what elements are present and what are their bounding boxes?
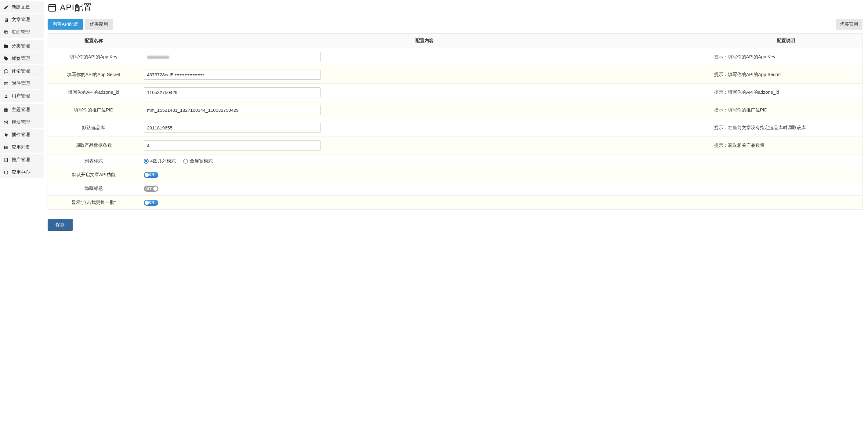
config-input-1[interactable] bbox=[144, 69, 321, 80]
sidebar-item-promo[interactable]: 推广管理 bbox=[0, 154, 44, 166]
toggle-label: ON bbox=[149, 173, 154, 176]
config-input-2[interactable] bbox=[144, 87, 321, 97]
row-desc bbox=[710, 182, 863, 196]
list-icon bbox=[4, 145, 8, 150]
svg-point-15 bbox=[6, 122, 7, 123]
row-content bbox=[140, 66, 710, 84]
sidebar-item-folder[interactable]: 分类管理 bbox=[0, 40, 44, 52]
table-row: 隐藏标题OFF bbox=[48, 182, 863, 196]
row-name: 填写你的推广位PID bbox=[48, 101, 140, 119]
table-row: 填写你的API的App Key提示：填写你的API的App Key bbox=[48, 48, 863, 66]
sidebar-item-label: 主题管理 bbox=[11, 107, 30, 113]
row-desc bbox=[710, 154, 863, 168]
config-input-0[interactable] bbox=[144, 52, 321, 62]
config-input-5[interactable] bbox=[144, 140, 321, 150]
sidebar-item-label: 附件管理 bbox=[11, 81, 30, 86]
toggle-8[interactable]: OFF bbox=[144, 185, 158, 192]
svg-rect-9 bbox=[6, 108, 8, 110]
calendar-icon bbox=[48, 3, 57, 12]
radio-label-text: 全屏宽模式 bbox=[190, 158, 213, 164]
sidebar-item-cube[interactable]: 应用中心 bbox=[0, 166, 44, 178]
sidebar-item-label: 插件管理 bbox=[11, 132, 30, 138]
row-desc: 提示：在当前文章没有指定选品库时调取该库 bbox=[710, 119, 863, 137]
grid-icon bbox=[4, 108, 8, 112]
row-content bbox=[140, 137, 710, 154]
row-desc bbox=[710, 196, 863, 210]
svg-rect-10 bbox=[4, 110, 6, 112]
tabs: 淘宝API配置优美应用 bbox=[48, 19, 113, 30]
row-desc: 提示：填写你的API的App Key bbox=[710, 48, 863, 66]
sidebar-item-grid[interactable]: 主题管理 bbox=[0, 104, 44, 116]
row-name: 填写你的API的App Secret bbox=[48, 66, 140, 84]
row-desc: 提示：调取相关产品数量 bbox=[710, 137, 863, 154]
tab-1[interactable]: 优美应用 bbox=[85, 19, 113, 30]
sidebar-item-comment[interactable]: 评论管理 bbox=[0, 65, 44, 77]
col-header-desc: 配置说明 bbox=[710, 34, 863, 48]
radio-option-0[interactable]: 4图并列模式 bbox=[144, 158, 176, 164]
folder-icon bbox=[4, 43, 8, 49]
svg-point-13 bbox=[5, 121, 5, 122]
toggle-knob-icon bbox=[145, 173, 149, 177]
svg-rect-4 bbox=[4, 82, 8, 85]
attach-icon bbox=[4, 81, 8, 86]
row-name: 列表样式 bbox=[48, 154, 140, 168]
row-desc: 提示：填写你的推广位PID bbox=[710, 101, 863, 119]
sidebar-item-user[interactable]: 用户管理 bbox=[0, 90, 44, 102]
toggle-label: OFF bbox=[146, 187, 152, 191]
row-name: 显示“点击我更换一批” bbox=[48, 196, 140, 210]
row-content: OFF bbox=[140, 182, 710, 196]
row-name: 填写你的API的adzone_id bbox=[48, 84, 140, 101]
table-row: 填写你的API的App Secret提示：填写你的API的App Secret bbox=[48, 66, 863, 84]
promo-icon bbox=[4, 157, 8, 163]
sidebar-item-label: 应用列表 bbox=[11, 144, 30, 150]
sidebar-item-label: 模块管理 bbox=[11, 119, 30, 125]
save-button[interactable]: 保存 bbox=[48, 219, 73, 231]
toggle-7[interactable]: ON bbox=[144, 172, 158, 178]
table-row: 填写你的API的adzone_id提示：填写你的API的adzone_id bbox=[48, 84, 863, 101]
module-icon bbox=[4, 120, 8, 125]
page-title: API配置 bbox=[60, 2, 92, 13]
svg-point-21 bbox=[4, 146, 5, 147]
sidebar-item-label: 页面管理 bbox=[11, 29, 30, 35]
radio-label-text: 4图并列模式 bbox=[151, 158, 176, 164]
row-content: 4图并列模式全屏宽模式 bbox=[140, 154, 710, 168]
sidebar-item-list[interactable]: 应用列表 bbox=[0, 141, 44, 153]
sidebar-item-label: 评论管理 bbox=[11, 68, 30, 74]
col-header-name: 配置名称 bbox=[48, 34, 140, 48]
toggle-9[interactable]: ON bbox=[144, 200, 158, 206]
row-content bbox=[140, 48, 710, 66]
copy-icon bbox=[4, 30, 8, 35]
main-content: API配置 淘宝API配置优美应用 优美官网 配置名称 配置内容 配置说明 填写… bbox=[44, 0, 868, 240]
row-name: 调取产品数据条数 bbox=[48, 137, 140, 154]
config-input-3[interactable] bbox=[144, 105, 321, 115]
toggle-knob-icon bbox=[153, 186, 157, 191]
row-name: 隐藏标题 bbox=[48, 182, 140, 196]
svg-rect-28 bbox=[49, 5, 56, 11]
tab-0[interactable]: 淘宝API配置 bbox=[48, 19, 83, 30]
sidebar-item-doc[interactable]: 文章管理 bbox=[0, 14, 44, 26]
row-content: ON bbox=[140, 168, 710, 182]
sidebar-item-pencil[interactable]: 新建文章 bbox=[0, 1, 44, 13]
toggle-label: ON bbox=[149, 201, 154, 204]
sidebar-item-module[interactable]: 模块管理 bbox=[0, 116, 44, 128]
svg-point-17 bbox=[7, 121, 8, 121]
plug-icon bbox=[4, 133, 8, 137]
svg-rect-2 bbox=[5, 31, 8, 34]
col-header-content: 配置内容 bbox=[140, 34, 710, 48]
radio-group-6: 4图并列模式全屏宽模式 bbox=[144, 158, 706, 164]
sidebar-item-attach[interactable]: 附件管理 bbox=[0, 78, 44, 89]
sidebar-item-label: 推广管理 bbox=[11, 157, 30, 163]
cube-icon bbox=[4, 170, 8, 175]
row-content bbox=[140, 119, 710, 137]
config-input-4[interactable] bbox=[144, 123, 321, 133]
table-row: 填写你的推广位PID提示：填写你的推广位PID bbox=[48, 101, 863, 119]
official-site-link[interactable]: 优美官网 bbox=[836, 19, 863, 30]
sidebar-item-copy[interactable]: 页面管理 bbox=[0, 26, 44, 38]
radio-option-1[interactable]: 全屏宽模式 bbox=[183, 158, 213, 164]
sidebar-item-tag[interactable]: 标签管理 bbox=[0, 53, 44, 64]
sidebar-item-label: 用户管理 bbox=[11, 93, 30, 99]
sidebar-item-plug[interactable]: 插件管理 bbox=[0, 129, 44, 141]
doc-icon bbox=[4, 18, 8, 22]
sidebar-item-label: 分类管理 bbox=[11, 43, 30, 49]
svg-rect-8 bbox=[4, 108, 6, 110]
